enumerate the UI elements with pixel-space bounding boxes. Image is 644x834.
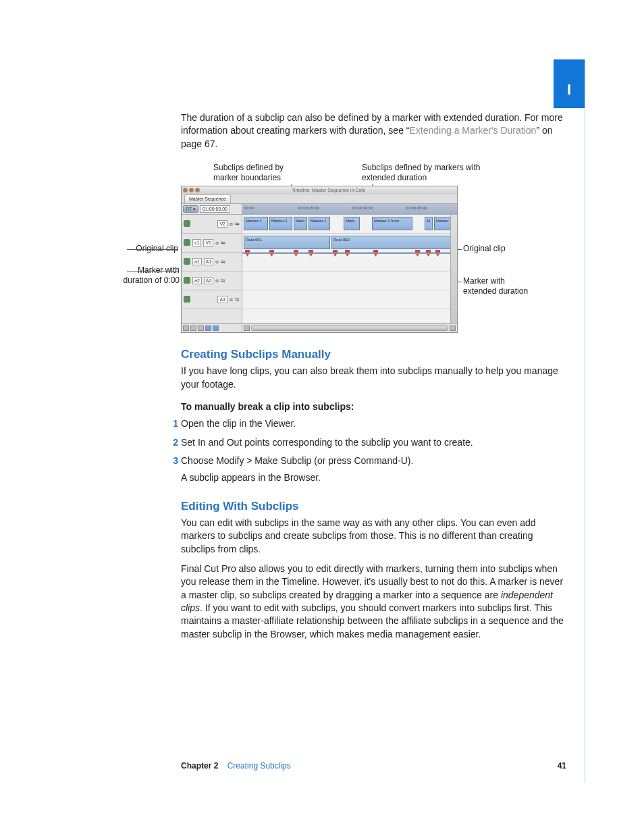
- timeline-figure: Subclips defined by marker boundaries Su…: [132, 163, 517, 333]
- chapter-label: Chapter 2: [181, 761, 218, 771]
- horizontal-scrollbar[interactable]: [251, 325, 448, 331]
- autoselect-icon[interactable]: ⇆: [221, 258, 225, 265]
- visibility-icon[interactable]: [184, 258, 190, 265]
- subclip[interactable]: M: [425, 217, 433, 230]
- scroll-right-icon[interactable]: [450, 325, 456, 331]
- subclip[interactable]: Mark: [294, 217, 307, 230]
- timeline-canvas[interactable]: Marker 1 Marker 2 Mark Marker 1 Mark Mar…: [242, 215, 457, 323]
- toggle-icon[interactable]: [213, 325, 219, 331]
- subclip[interactable]: Marker 1: [244, 217, 268, 230]
- subclip[interactable]: Marker 1: [308, 217, 330, 230]
- window-title: Timeline: Master Sequence in Cafe: [201, 187, 456, 194]
- lock-icon[interactable]: ɑ: [215, 239, 219, 246]
- autoselect-icon[interactable]: ⇆: [221, 239, 225, 246]
- ruler-controls: RT ▾ 01:00:00.00: [182, 204, 242, 214]
- page-content: The duration of a subclip can also be de…: [181, 111, 566, 648]
- lock-icon[interactable]: ɑ: [230, 220, 233, 228]
- toggle-icon[interactable]: [190, 325, 196, 331]
- para2-text-b: . If you want to edit with subclips, you…: [181, 602, 564, 640]
- track-v1[interactable]: Reel 001 Reel 002: [242, 234, 450, 253]
- track-src-label[interactable]: a2: [192, 277, 202, 285]
- track-dst-label[interactable]: A1: [204, 258, 214, 266]
- autoselect-icon[interactable]: ⇆: [235, 296, 240, 303]
- clip-reel-001[interactable]: Reel 001: [244, 236, 330, 249]
- step-number: 1: [169, 417, 178, 430]
- subclip[interactable]: Mark: [344, 217, 360, 230]
- subclip[interactable]: Marker 2: [269, 217, 292, 230]
- track-header-a2[interactable]: a2 A2 ɑ ⇆: [182, 271, 242, 290]
- close-icon[interactable]: [183, 188, 188, 192]
- page-right-rule: [585, 59, 585, 783]
- ruler-scale[interactable]: 00:00 01:00:15:00 01:00:30:00 01:00:45:0…: [242, 204, 457, 214]
- window-titlebar: Timeline: Master Sequence in Cafe: [182, 186, 457, 194]
- track-a2[interactable]: [242, 271, 450, 290]
- section2-para1: You can edit with subclips in the same w…: [181, 517, 566, 556]
- section-tab: I: [554, 59, 585, 108]
- timeline-ruler-row: RT ▾ 01:00:00.00 00:00 01:00:15:00 01:00…: [182, 204, 457, 215]
- track-dst-label[interactable]: A2: [204, 277, 214, 285]
- footer-left: Chapter 2 Creating Subclips: [181, 761, 291, 771]
- minimize-icon[interactable]: [189, 188, 194, 192]
- vertical-scrollbar[interactable]: [450, 215, 457, 323]
- footer-scroll-area: [242, 324, 457, 332]
- toggle-icon[interactable]: [205, 325, 211, 331]
- ruler-tick: 01:00:30:00: [352, 205, 373, 211]
- footer-view-controls: [182, 324, 242, 332]
- lock-icon[interactable]: ɑ: [230, 296, 233, 303]
- track-a3[interactable]: [242, 290, 450, 309]
- callout-marker-extended: Marker with extended duration: [463, 276, 537, 296]
- track-header-v1[interactable]: v1 V1 ɑ ⇆: [182, 234, 242, 253]
- track-src-label[interactable]: v1: [192, 239, 201, 247]
- heading-editing-with-subclips: Editing With Subclips: [181, 498, 566, 514]
- callout-top-left: Subclips defined by marker boundaries: [213, 163, 294, 183]
- callout-top-right: Subclips defined by markers with extende…: [362, 163, 483, 183]
- sequence-tab[interactable]: Master Sequence: [184, 194, 231, 203]
- ruler-tick: 00:00: [244, 205, 254, 211]
- track-header-a3[interactable]: A3 ɑ ⇆: [182, 290, 242, 309]
- track-v2[interactable]: Marker 1 Marker 2 Mark Marker 1 Mark Mar…: [242, 215, 450, 234]
- ruler-tick: 01:00:45:00: [406, 205, 427, 211]
- page-number: 41: [558, 761, 566, 771]
- timeline-tabs: Master Sequence: [182, 194, 457, 204]
- steps-heading: To manually break a clip into subclips:: [181, 400, 566, 413]
- track-a1[interactable]: [242, 253, 450, 271]
- step-result: A subclip appears in the Browser.: [181, 471, 566, 484]
- current-timecode[interactable]: 01:00:00.00: [200, 205, 230, 213]
- subclip[interactable]: Marker 2 from: [372, 217, 412, 230]
- scroll-left-icon[interactable]: [244, 325, 250, 331]
- clip-reel-002[interactable]: Reel 002: [331, 236, 453, 249]
- autoselect-icon[interactable]: ⇆: [221, 277, 225, 284]
- toggle-icon[interactable]: [198, 325, 204, 331]
- track-src-label[interactable]: a1: [192, 258, 202, 266]
- heading-creating-subclips-manually: Creating Subclips Manually: [181, 346, 566, 362]
- step-item: 2Set In and Out points corresponding to …: [181, 436, 566, 449]
- intro-paragraph: The duration of a subclip can also be de…: [181, 111, 566, 151]
- autoselect-icon[interactable]: ⇆: [235, 220, 240, 228]
- callout-leader: [127, 249, 178, 250]
- callout-original-clip-right: Original clip: [463, 244, 524, 254]
- track-dst-label[interactable]: V1: [203, 239, 213, 247]
- step-item: 1Open the clip in the Viewer.: [181, 417, 566, 430]
- step-text: Open the clip in the Viewer.: [181, 418, 296, 429]
- visibility-icon[interactable]: [184, 277, 190, 284]
- timeline-window: Timeline: Master Sequence in Cafe Master…: [181, 186, 458, 333]
- cross-reference-link[interactable]: Extending a Marker's Duration: [410, 125, 537, 136]
- steps-list: 1Open the clip in the Viewer. 2Set In an…: [181, 417, 566, 484]
- lock-icon[interactable]: ɑ: [215, 258, 219, 265]
- visibility-icon[interactable]: [184, 296, 190, 303]
- timeline-footer: [182, 323, 457, 332]
- lock-icon[interactable]: ɑ: [215, 277, 219, 284]
- ruler-tick: 01:00:15:00: [298, 205, 319, 211]
- callout-marker-zero: Marker with duration of 0:00: [119, 265, 180, 286]
- rt-menu-button[interactable]: RT ▾: [183, 205, 198, 213]
- step-number: 3: [169, 454, 178, 467]
- step-text: Set In and Out points corresponding to t…: [181, 437, 473, 448]
- zoom-icon[interactable]: [195, 188, 200, 192]
- step-item: 3Choose Modify > Make Subclip (or press …: [181, 454, 566, 485]
- track-header-v2[interactable]: V2 ɑ ⇆: [182, 215, 242, 234]
- track-headers: V2 ɑ ⇆ v1 V1 ɑ ⇆ a1 A1: [182, 215, 242, 323]
- visibility-icon[interactable]: [184, 239, 190, 246]
- track-header-a1[interactable]: a1 A1 ɑ ⇆: [182, 253, 242, 271]
- visibility-icon[interactable]: [184, 220, 190, 227]
- toggle-icon[interactable]: [183, 325, 189, 331]
